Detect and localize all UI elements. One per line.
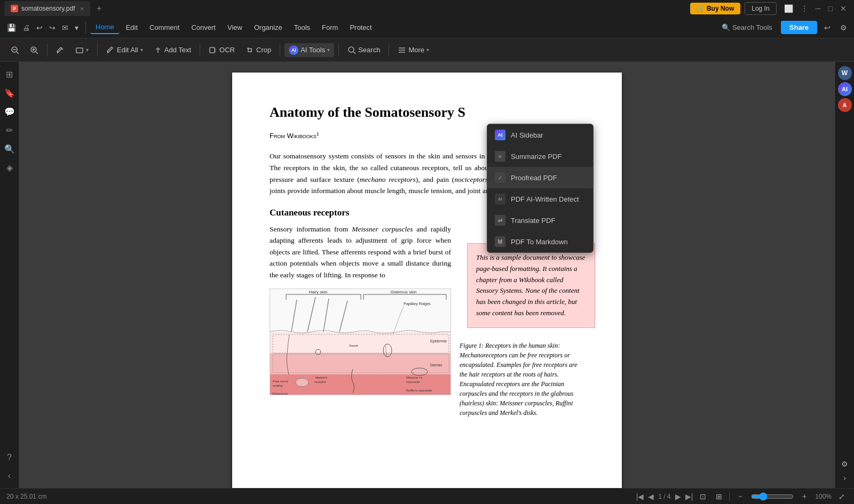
share-button[interactable]: Share — [781, 21, 817, 34]
window-maximize-button[interactable]: □ — [825, 3, 836, 14]
buy-now-button[interactable]: 🛒 Buy Now — [690, 3, 740, 14]
first-page-button[interactable]: |◀ — [636, 492, 644, 501]
menu-home[interactable]: Home — [90, 21, 120, 34]
tab-title: somatosensory.pdf — [21, 5, 75, 12]
rectangle-button[interactable]: ▾ — [71, 44, 93, 57]
search-icon: 🔍 — [722, 23, 730, 31]
log-in-button[interactable]: Log In — [745, 2, 776, 15]
right-settings-button[interactable]: ⚙ — [839, 458, 851, 470]
menu-convert[interactable]: Convert — [186, 21, 221, 34]
more-button[interactable]: More ▾ — [393, 44, 433, 57]
ai-sidebar-item[interactable]: AI AI Sidebar — [487, 124, 593, 146]
document-area[interactable]: Anatomy of the Somatosensory S From Wiki… — [19, 62, 835, 488]
cart-icon: 🛒 — [697, 5, 705, 12]
sidebar-search-icon[interactable]: 🔍 — [1, 141, 18, 157]
menu-organize[interactable]: Organize — [249, 21, 288, 34]
window-close-button[interactable]: ✕ — [837, 3, 850, 14]
redo-button[interactable]: ↪ — [46, 22, 58, 34]
search-tools-button[interactable]: 🔍 Search Tools — [717, 21, 777, 34]
print-button[interactable]: 🖨 — [20, 22, 33, 34]
ai-tools-dropdown-arrow[interactable]: ▾ — [327, 47, 330, 53]
tab-close-button[interactable]: × — [81, 5, 84, 12]
sidebar-comment-icon[interactable]: 💬 — [1, 103, 18, 120]
add-text-button[interactable]: Add Text — [149, 44, 195, 57]
prev-page-button[interactable]: ◀ — [648, 492, 654, 501]
fit-page-button[interactable]: ⊡ — [697, 491, 709, 502]
active-tab[interactable]: somatosensory.pdf × — [4, 1, 90, 16]
toolbar-divider-5 — [338, 44, 339, 57]
svg-line-36 — [393, 306, 404, 334]
window-chat-button[interactable]: ⬜ — [781, 3, 796, 14]
fit-width-button[interactable]: ⤢ — [836, 491, 848, 502]
menu-tools[interactable]: Tools — [289, 21, 315, 34]
highlight-button[interactable] — [52, 44, 69, 57]
save-button[interactable]: 💾 — [4, 22, 19, 34]
zoom-in-button[interactable] — [26, 44, 43, 57]
at-right-badge[interactable]: A — [838, 98, 852, 112]
summarize-pdf-item[interactable]: ≡ Summarize PDF — [487, 146, 593, 167]
new-tab-button[interactable]: + — [97, 4, 101, 13]
svg-text:Hairy skin: Hairy skin — [309, 290, 327, 294]
sidebar-bookmark-icon[interactable]: 🔖 — [1, 85, 18, 101]
toolbar: ▾ Edit All ▾ Add Text OCR Crop AI AI Too… — [0, 38, 854, 62]
menu-edit[interactable]: Edit — [121, 21, 143, 34]
ai-written-detect-item[interactable]: AI PDF AI-Written Detect — [487, 188, 593, 210]
edit-all-button[interactable]: Edit All ▾ — [102, 44, 147, 57]
sidebar-layers-icon[interactable]: ◈ — [3, 159, 16, 176]
more-dropdown-arrow[interactable]: ▾ — [426, 47, 429, 53]
svg-text:receptor: receptor — [314, 380, 326, 383]
menu-divider — [85, 21, 86, 34]
menu-view[interactable]: View — [222, 21, 248, 34]
sidebar-help-icon[interactable]: ? — [4, 450, 15, 466]
settings-button[interactable]: ⚙ — [837, 22, 850, 34]
page-view-button[interactable]: ⊞ — [713, 491, 725, 502]
svg-rect-12 — [210, 47, 215, 53]
window-more-button[interactable]: ⋮ — [797, 3, 811, 14]
svg-text:Dermis: Dermis — [430, 363, 442, 367]
left-sidebar: ⊞ 🔖 💬 ✏ 🔍 ◈ ? ‹ — [0, 62, 19, 488]
pdf-to-markdown-item[interactable]: M PDF To Markdown — [487, 231, 593, 252]
more-actions-button[interactable]: ▾ — [72, 22, 81, 34]
translate-pdf-item[interactable]: ⇄ Translate PDF — [487, 210, 593, 231]
window-minimize-button[interactable]: ─ — [812, 3, 824, 14]
search-button[interactable]: Search — [343, 44, 384, 57]
rectangle-dropdown[interactable]: ▾ — [86, 47, 89, 53]
right-expand-button[interactable]: › — [841, 472, 849, 484]
sidebar-pen-icon[interactable]: ✏ — [3, 122, 16, 139]
edit-all-dropdown[interactable]: ▾ — [140, 47, 143, 53]
svg-text:Sebaceous: Sebaceous — [272, 392, 288, 395]
menu-right: 🔍 Search Tools Share ↩ ⚙ — [717, 21, 850, 34]
svg-line-29 — [291, 300, 297, 332]
undo-button[interactable]: ↩ — [34, 22, 45, 34]
email-button[interactable]: ✉ — [59, 22, 71, 34]
svg-text:Meissne r's: Meissne r's — [406, 376, 422, 379]
zoom-out-status[interactable]: － — [734, 490, 747, 503]
svg-line-32 — [339, 301, 347, 332]
ai-tools-button[interactable]: AI AI Tools ▾ — [284, 43, 334, 57]
menu-protect[interactable]: Protect — [344, 21, 377, 34]
sidebar-collapse-icon[interactable]: ‹ — [5, 468, 14, 484]
zoom-in-status[interactable]: ＋ — [798, 490, 811, 503]
toolbar-divider-4 — [280, 44, 280, 57]
figure-text-col: Sensory information from Meissner corpus… — [270, 223, 451, 418]
menu-comment[interactable]: Comment — [144, 21, 185, 34]
right-sidebar: W AI A ⚙ › — [835, 62, 854, 488]
footnote-1: 1 — [317, 131, 319, 137]
svg-text:ending: ending — [273, 384, 282, 387]
proofread-icon: ✓ — [495, 172, 505, 183]
sidebar-thumbnail-icon[interactable]: ⊞ — [3, 66, 16, 83]
zoom-out-button[interactable] — [6, 44, 23, 57]
ocr-button[interactable]: OCR — [204, 44, 239, 57]
toolbar-divider-1 — [47, 44, 48, 57]
menubar: 💾 🖨 ↩ ↪ ✉ ▾ Home Edit Comment Convert Vi… — [0, 17, 854, 38]
last-page-button[interactable]: ▶| — [685, 492, 693, 501]
page-title: Anatomy of the Somatosensory S — [270, 105, 584, 121]
back-button[interactable]: ↩ — [821, 22, 833, 34]
next-page-button[interactable]: ▶ — [675, 492, 681, 501]
proofread-pdf-item[interactable]: ✓ Proofread PDF — [487, 167, 593, 188]
ai-right-badge[interactable]: AI — [838, 82, 852, 96]
zoom-slider[interactable] — [751, 492, 794, 501]
svg-point-51 — [296, 378, 309, 387]
menu-form[interactable]: Form — [317, 21, 343, 34]
crop-button[interactable]: Crop — [241, 44, 275, 57]
